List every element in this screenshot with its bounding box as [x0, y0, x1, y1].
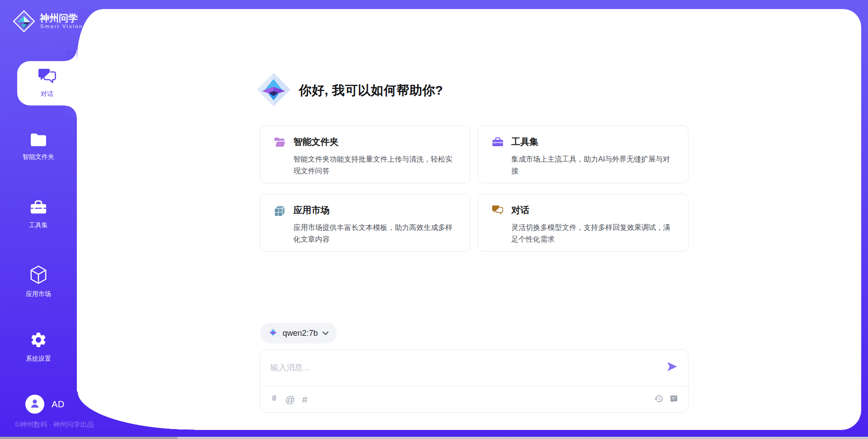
chat-template-icon: [670, 395, 678, 405]
window-bottom-edge: [0, 437, 868, 439]
composer-tools-right: [654, 394, 678, 405]
message-composer: @ #: [260, 349, 689, 413]
sidebar-item-label: 系统设置: [26, 355, 51, 363]
user-profile[interactable]: AD: [25, 395, 65, 414]
card-text: 应用市场 应用市场提供丰富长文本模板，助力高效生成多样化文章内容: [293, 204, 457, 251]
templates-button[interactable]: [670, 395, 678, 405]
card-chat[interactable]: 对话 灵活切换多模型文件，支持多样回复效果调试，满足个性化需求: [478, 194, 689, 252]
user-initials: AD: [52, 399, 65, 410]
chat-icon: [38, 68, 56, 86]
sidebar-item-label: 工具集: [29, 221, 48, 229]
sidebar-item-chat[interactable]: 对话: [17, 61, 77, 105]
card-toolset[interactable]: 工具集 集成市场上主流工具，助力AI与外界无缝扩展与对接: [478, 125, 689, 183]
greeting-block: 你好, 我可以如何帮助你?: [255, 72, 443, 110]
tab-fillet-top: [65, 49, 77, 61]
card-text: 工具集 集成市场上主流工具，助力AI与外界无缝扩展与对接: [511, 136, 675, 183]
card-description: 灵活切换多模型文件，支持多样回复效果调试，满足个性化需求: [511, 222, 675, 246]
brand-diamond-logo: [13, 26, 35, 34]
card-description: 智能文件夹功能支持批量文件上传与清洗，轻松实现文件问答: [293, 153, 457, 177]
sidebar-item-label: 对话: [41, 90, 53, 98]
cube-icon: [30, 265, 47, 286]
sidebar-item-label: 智能文件夹: [23, 153, 54, 161]
person-icon: [29, 397, 41, 411]
main-panel: 你好, 我可以如何帮助你? 智能文件夹 智能文件夹功能支持批量文件上传与清洗，轻…: [77, 9, 861, 430]
panel-corner-curve-bottom: [77, 391, 194, 430]
gear-icon: [29, 331, 47, 351]
composer-tools-left: @ #: [270, 394, 307, 405]
card-title: 对话: [511, 204, 675, 216]
sidebar-footer: ©神州数码 · 神州问学出品: [15, 420, 94, 429]
avatar: [25, 395, 44, 414]
mention-icon[interactable]: @: [285, 395, 295, 404]
card-title: 应用市场: [293, 204, 457, 216]
model-selector[interactable]: qwen2:7b: [260, 323, 337, 344]
brand-diamond-logo-large: [255, 72, 292, 110]
toolbox-icon: [30, 200, 47, 217]
history-icon: [654, 394, 663, 405]
briefcase-icon: [492, 137, 504, 183]
card-description: 应用市场提供丰富长文本模板，助力高效生成多样化文章内容: [293, 222, 457, 246]
main-content: 你好, 我可以如何帮助你? 智能文件夹 智能文件夹功能支持批量文件上传与清洗，轻…: [260, 9, 689, 430]
card-description: 集成市场上主流工具，助力AI与外界无缝扩展与对接: [511, 153, 675, 177]
card-smart-folder[interactable]: 智能文件夹 智能文件夹功能支持批量文件上传与清洗，轻松实现文件问答: [260, 125, 470, 183]
model-logo-icon: [268, 327, 278, 339]
sidebar-item-toolset[interactable]: 工具集: [0, 200, 77, 232]
shortcut-cards: 智能文件夹 智能文件夹功能支持批量文件上传与清洗，轻松实现文件问答 工具集: [260, 125, 689, 252]
sidebar-item-app-market[interactable]: 应用市场: [0, 265, 77, 298]
sidebar-item-label: 应用市场: [26, 290, 51, 298]
card-title: 工具集: [511, 136, 675, 148]
sidebar-item-smart-folder[interactable]: 智能文件夹: [0, 133, 77, 165]
send-button[interactable]: [665, 360, 679, 373]
paperclip-icon: [270, 394, 278, 405]
chat-bubbles-icon: [492, 205, 504, 251]
brand-subtitle: Smart Vision: [40, 24, 83, 29]
topic-icon[interactable]: #: [302, 395, 307, 404]
card-app-market[interactable]: 应用市场 应用市场提供丰富长文本模板，助力高效生成多样化文章内容: [260, 194, 470, 252]
message-input[interactable]: [270, 358, 659, 377]
card-text: 对话 灵活切换多模型文件，支持多样回复效果调试，满足个性化需求: [511, 204, 675, 251]
cube-grid-icon: [274, 205, 286, 251]
history-button[interactable]: [654, 394, 663, 405]
card-text: 智能文件夹 智能文件夹功能支持批量文件上传与清洗，轻松实现文件问答: [293, 136, 457, 183]
chevron-down-icon: [322, 329, 329, 337]
brand-header: 神州问学 Smart Vision: [13, 10, 35, 34]
greeting-text: 你好, 我可以如何帮助你?: [299, 82, 443, 99]
brand-name: 神州问学: [40, 12, 94, 24]
tab-fillet-bottom: [65, 105, 77, 117]
folder-open-icon: [274, 137, 286, 183]
card-title: 智能文件夹: [293, 136, 457, 148]
attachment-button[interactable]: [270, 394, 278, 405]
folder-icon: [30, 133, 47, 149]
sidebar-item-settings[interactable]: 系统设置: [0, 331, 77, 363]
composer-toolbar: @ #: [260, 386, 688, 412]
model-name: qwen2:7b: [283, 329, 318, 338]
